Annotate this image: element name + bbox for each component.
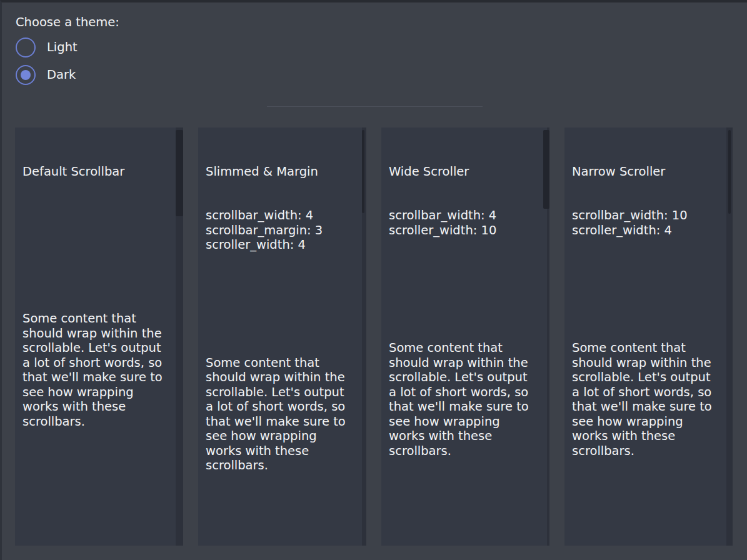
panel-title: Narrow Scroller xyxy=(572,164,733,179)
panel-config: scrollbar_width: 4 scroller_width: 10 xyxy=(389,208,549,238)
radio-option-light[interactable]: Light xyxy=(16,38,747,58)
panel-content: Wide Scroller scrollbar_width: 4 scrolle… xyxy=(381,128,549,488)
scrollbar-demo-row: Default Scrollbar Some content that shou… xyxy=(15,128,733,546)
scrollbar-thumb[interactable] xyxy=(362,130,364,213)
panel-body-text: Some content that should wrap within the… xyxy=(572,341,733,458)
panel-content: Slimmed & Margin scrollbar_width: 4 scro… xyxy=(198,128,366,502)
theme-chooser: Choose a theme: Light Dark xyxy=(2,2,747,85)
radio-label-dark[interactable]: Dark xyxy=(47,68,76,82)
radio-button-light[interactable] xyxy=(16,38,36,58)
scrollbar-thumb[interactable] xyxy=(543,130,549,209)
panel-title: Wide Scroller xyxy=(389,164,549,179)
panel-wide-scroller[interactable]: Wide Scroller scrollbar_width: 4 scrolle… xyxy=(381,128,549,546)
panel-config: scrollbar_width: 4 scrollbar_margin: 3 s… xyxy=(206,208,366,252)
scrollbar-thumb[interactable] xyxy=(728,130,731,214)
panel-default-scrollbar[interactable]: Default Scrollbar Some content that shou… xyxy=(15,128,183,546)
panel-content: Narrow Scroller scrollbar_width: 10 scro… xyxy=(564,128,733,488)
panel-config: scrollbar_width: 10 scroller_width: 4 xyxy=(572,208,733,238)
scrollbar-thumb[interactable] xyxy=(176,130,183,216)
panel-title: Slimmed & Margin xyxy=(206,164,366,179)
panel-slimmed-margin[interactable]: Slimmed & Margin scrollbar_width: 4 scro… xyxy=(198,128,366,546)
radio-option-dark[interactable]: Dark xyxy=(16,65,747,85)
radio-label-light[interactable]: Light xyxy=(47,40,78,55)
radio-button-dark[interactable] xyxy=(16,65,36,85)
radio-selected-dot xyxy=(21,70,31,80)
panel-narrow-scroller[interactable]: Narrow Scroller scrollbar_width: 10 scro… xyxy=(564,128,733,546)
panel-body-text: Some content that should wrap within the… xyxy=(206,356,366,473)
panel-content: Default Scrollbar Some content that shou… xyxy=(15,128,183,459)
panel-body-text: Some content that should wrap within the… xyxy=(23,311,183,429)
section-divider xyxy=(267,106,483,107)
panel-body-text: Some content that should wrap within the… xyxy=(389,341,549,458)
panel-title: Default Scrollbar xyxy=(23,164,183,179)
theme-prompt: Choose a theme: xyxy=(16,15,747,30)
